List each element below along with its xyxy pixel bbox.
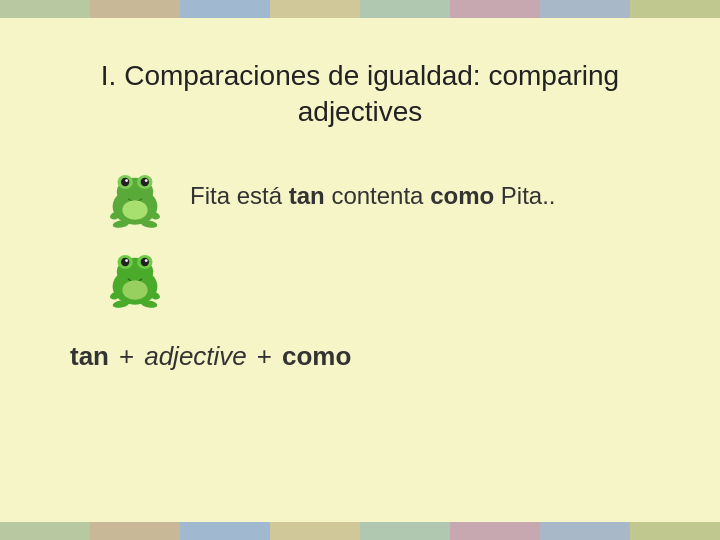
main-content: I. Comparaciones de igualdad: comparing … <box>0 18 720 522</box>
formula-section: tan + adjective + como <box>70 341 660 372</box>
bottom-bar-seg-5 <box>360 522 450 540</box>
formula-plus-2: + <box>257 341 272 372</box>
formula-adjective: adjective <box>144 341 247 372</box>
formula-tan: tan <box>70 341 109 372</box>
sentence-part-2: contenta <box>325 182 430 209</box>
top-bar-seg-5 <box>360 0 450 18</box>
bottom-bar-seg-3 <box>180 522 270 540</box>
example-sentence: Fita está tan contenta como Pita.. <box>190 182 556 210</box>
bottom-bar-seg-1 <box>0 522 90 540</box>
svg-point-6 <box>125 179 128 182</box>
top-bar-seg-2 <box>90 0 180 18</box>
bottom-decorative-bar <box>0 522 720 540</box>
frog-image-2 <box>100 241 170 311</box>
top-bar-seg-7 <box>540 0 630 18</box>
sentence-part-1: Fita está <box>190 182 289 209</box>
top-bar-seg-4 <box>270 0 360 18</box>
top-decorative-bar <box>0 0 720 18</box>
top-bar-seg-6 <box>450 0 540 18</box>
bottom-bar-seg-8 <box>630 522 720 540</box>
top-bar-seg-8 <box>630 0 720 18</box>
svg-point-18 <box>141 258 149 266</box>
svg-point-17 <box>121 258 129 266</box>
frog-image-1 <box>100 161 170 231</box>
page-title: I. Comparaciones de igualdad: comparing … <box>60 58 660 131</box>
formula-text: tan + adjective + como <box>70 341 351 372</box>
top-bar-seg-3 <box>180 0 270 18</box>
svg-point-7 <box>145 179 148 182</box>
sentence-como: como <box>430 182 494 209</box>
formula-como: como <box>282 341 351 372</box>
bottom-bar-seg-6 <box>450 522 540 540</box>
sentence-part-3: Pita.. <box>494 182 555 209</box>
svg-point-21 <box>122 280 147 300</box>
svg-point-5 <box>141 178 149 186</box>
svg-point-4 <box>121 178 129 186</box>
sentence-tan: tan <box>289 182 325 209</box>
example-section: Fita está tan contenta como Pita.. <box>100 161 660 231</box>
svg-point-20 <box>145 259 148 262</box>
second-frog-row <box>100 241 660 311</box>
svg-point-8 <box>122 200 147 220</box>
svg-point-19 <box>125 259 128 262</box>
bottom-bar-seg-2 <box>90 522 180 540</box>
bottom-bar-seg-7 <box>540 522 630 540</box>
bottom-bar-seg-4 <box>270 522 360 540</box>
top-bar-seg-1 <box>0 0 90 18</box>
formula-plus-1: + <box>119 341 134 372</box>
